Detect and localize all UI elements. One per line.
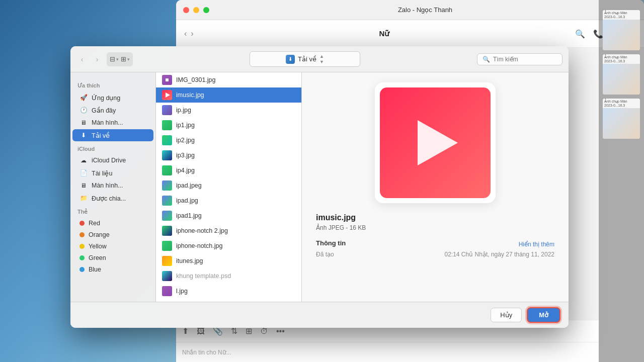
show-more-button[interactable]: Hiển thị thêm [519, 241, 554, 248]
image-icon[interactable]: 🖼 [197, 327, 205, 336]
cancel-button[interactable]: Hủy [491, 308, 522, 322]
file-name-ipad-jpeg: ipad.jpeg [176, 182, 202, 189]
sidebar-item-blue[interactable]: Blue [72, 264, 153, 275]
search-chat-icon[interactable]: 🔍 [575, 29, 585, 39]
play-triangle-icon [418, 120, 458, 165]
file-list: IMG_0301.jpg imusic.jpg ip.jpg [156, 72, 302, 302]
chat-title: Nữ [200, 29, 569, 38]
screenshot-1-preview [603, 20, 640, 50]
red-tag-label: Red [89, 220, 100, 227]
file-item-imusic[interactable]: imusic.jpg [156, 87, 301, 103]
chat-input-placeholder[interactable]: Nhắn tin cho Nữ... [182, 349, 231, 356]
file-open-dialog: ‹ › ⊟ ▾ ⊞ ▾ ⬇ Tải về ▲ ▼ 🔍 [70, 46, 569, 328]
sidebar-item-tai-lieu[interactable]: 📄 Tài liệu [72, 167, 153, 179]
file-item-ipad1[interactable]: ipad1.jpg [156, 208, 301, 223]
chat-input-row: Nhắn tin cho Nữ... [176, 342, 599, 362]
file-item-l[interactable]: l.jpg [156, 284, 301, 299]
preview-created-row: Đã tạo 02:14 Chủ Nhật, ngày 27 tháng 11,… [316, 251, 554, 258]
grid-view-arrow: ▾ [127, 57, 130, 62]
file-item-iphone-notch[interactable]: iphone-notch.jpg [156, 238, 301, 253]
file-name-img0301: IMG_0301.jpg [176, 76, 216, 83]
forward-icon[interactable]: › [191, 29, 193, 38]
timer-icon[interactable]: ⏱ [260, 327, 268, 336]
file-item-ip4[interactable]: ip4.jpg [156, 163, 301, 178]
search-input[interactable] [493, 56, 553, 63]
minimize-button[interactable] [193, 7, 199, 13]
icloud-drive-label: iCloud Drive [92, 157, 126, 164]
file-item-img0301[interactable]: IMG_0301.jpg [156, 72, 301, 87]
file-item-ipad-jpeg[interactable]: ipad.jpeg [156, 178, 301, 193]
gan-day-icon: 🕐 [79, 106, 88, 114]
blue-tag-dot [79, 267, 85, 272]
location-bar: ⬇ Tải về ▲ ▼ [137, 51, 473, 67]
location-display[interactable]: ⬇ Tải về ▲ ▼ [250, 51, 360, 67]
file-thumb-ip3 [162, 150, 172, 160]
open-button[interactable]: Mở [527, 307, 560, 323]
file-name-l: l.jpg [176, 288, 188, 295]
file-thumb-ip2 [162, 135, 172, 145]
file-item-ipad-jpg[interactable]: ipad.jpg [156, 193, 301, 208]
duoc-chia-label: Được chia... [92, 195, 126, 202]
sidebar-item-man-hinh-2[interactable]: 🖥 Màn hình... [72, 179, 153, 192]
list-view-arrow: ▾ [116, 57, 119, 62]
file-info-section: imusic.jpg Ảnh JPEG - 16 KB Thông tin Hi… [312, 213, 558, 258]
file-thumb-l [162, 286, 172, 296]
duoc-chia-icon: 📁 [79, 194, 88, 202]
sidebar-item-orange[interactable]: Orange [72, 229, 153, 240]
sidebar-item-gan-day[interactable]: 🕐 Gần đây [72, 104, 153, 116]
list-view-button[interactable]: ⊟ ▾ [110, 55, 119, 63]
orange-tag-dot [79, 232, 85, 237]
sidebar-item-tai-ve[interactable]: ⬇ Tải về [72, 129, 153, 141]
view-switcher: ⊟ ▾ ⊞ ▾ [107, 52, 133, 66]
icloud-drive-icon: ☁ [79, 156, 88, 164]
file-item-itunes[interactable]: itunes.jpg [156, 253, 301, 268]
yellow-tag-dot [79, 244, 85, 249]
man-hinh-icon: 🖥 [79, 119, 88, 127]
file-thumb-itunes [162, 256, 172, 266]
search-bar: 🔍 [477, 53, 562, 65]
sidebar-item-duoc-chia[interactable]: 📁 Được chia... [72, 192, 153, 204]
file-thumb-imusic [162, 90, 172, 100]
file-item-ip1[interactable]: ip1.jpg [156, 118, 301, 133]
green-tag-dot [79, 255, 85, 260]
sidebar-item-red[interactable]: Red [72, 218, 153, 229]
screenshot-3-label: Ảnh chụp Màn2023-0...16.3 [603, 99, 640, 108]
location-text: Tải về [298, 55, 316, 63]
red-tag-dot [79, 221, 85, 226]
forward-nav-button[interactable]: › [92, 54, 103, 65]
file-name-imusic: imusic.jpg [176, 92, 204, 99]
grid-view-button[interactable]: ⊞ ▾ [121, 55, 130, 63]
dialog-toolbar: ‹ › ⊟ ▾ ⊞ ▾ ⬇ Tải về ▲ ▼ 🔍 [70, 46, 569, 72]
file-name-ipad-jpg: ipad.jpg [176, 197, 198, 204]
sidebar-section-fav: Ưa thích [70, 78, 155, 91]
back-icon[interactable]: ‹ [184, 29, 187, 38]
back-nav-button[interactable]: ‹ [76, 54, 88, 65]
file-item-ip[interactable]: ip.jpg [156, 103, 301, 118]
file-item-iphone-notch2[interactable]: iphone-notch 2.jpg [156, 223, 301, 238]
dialog-footer: Hủy Mở [70, 302, 569, 328]
sidebar: Ưa thích 🚀 Ứng dụng 🕐 Gần đây 🖥 Màn hình… [70, 72, 156, 302]
sidebar-item-ung-dung[interactable]: 🚀 Ứng dụng [72, 92, 153, 104]
preview-meta: Ảnh JPEG - 16 KB [316, 224, 554, 231]
file-thumb-iphone-notch [162, 241, 172, 251]
sidebar-item-man-hinh[interactable]: 🖥 Màn hình... [72, 117, 153, 129]
sidebar-item-yellow[interactable]: Yellow [72, 241, 153, 252]
sidebar-item-green[interactable]: Green [72, 252, 153, 263]
blue-tag-label: Blue [89, 266, 101, 273]
close-button[interactable] [183, 7, 189, 13]
more-options-icon[interactable]: ••• [276, 327, 285, 336]
created-value: 02:14 Chủ Nhật, ngày 27 tháng 11, 2022 [445, 251, 555, 258]
maximize-button[interactable] [203, 7, 209, 13]
file-thumb-ipad-jpeg [162, 180, 172, 191]
sidebar-section-tags: Thẻ [70, 205, 155, 217]
file-item-ip3[interactable]: ip3.jpg [156, 148, 301, 163]
file-thumb-img0301 [162, 75, 172, 85]
green-tag-label: Green [89, 254, 106, 261]
file-item-ip2[interactable]: ip2.jpg [156, 133, 301, 148]
created-label: Đã tạo [316, 251, 334, 258]
file-item-khung-template[interactable]: khung template.psd [156, 268, 301, 284]
screenshot-1: Ảnh chụp Màn2023-0...16.3 [603, 10, 640, 50]
sidebar-item-icloud-drive[interactable]: ☁ iCloud Drive [72, 154, 153, 166]
man-hinh-2-icon: 🖥 [79, 182, 88, 190]
file-thumb-ip1 [162, 120, 172, 130]
